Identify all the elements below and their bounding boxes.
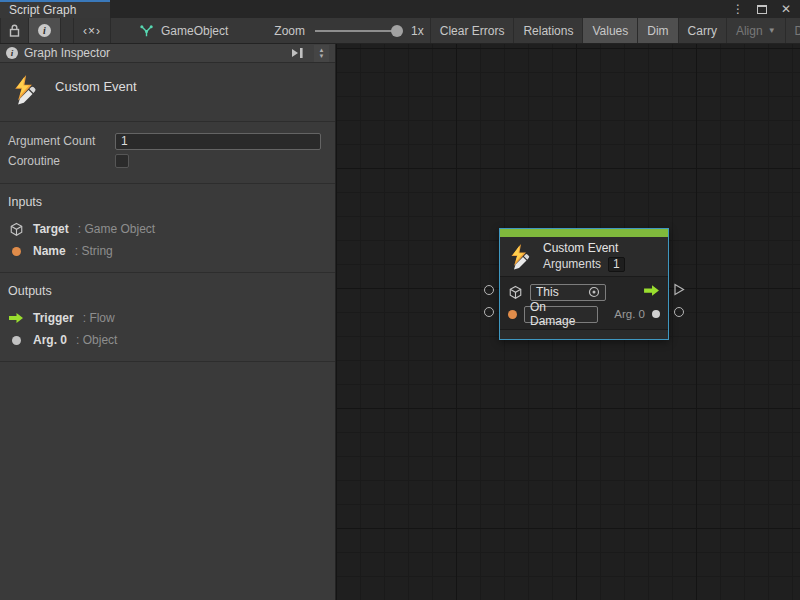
graph-toolbar: i ‹×› GameObject Zoom 1x Clear Errors Re [0, 18, 800, 44]
close-icon[interactable]: ✕ [780, 2, 792, 16]
custom-event-node[interactable]: Custom Event Arguments 1 This [499, 228, 669, 340]
info-icon: i [6, 47, 18, 59]
coroutine-label: Coroutine [8, 154, 115, 168]
arg0-port-icon[interactable] [652, 310, 660, 318]
game-object-cube-icon [8, 222, 24, 237]
port-name: Arg. 0 [33, 333, 67, 347]
output-row-arg0: Arg. 0 : Object [8, 329, 323, 351]
unit-fields: Argument Count 1 Coroutine [0, 122, 335, 184]
zoom-label: Zoom [274, 24, 305, 38]
arguments-label: Arguments [543, 257, 601, 272]
spinner-down-icon[interactable]: ▼ [319, 53, 325, 59]
titlebar-right: ⋮ ✕ [110, 0, 800, 18]
align-label: Align [736, 24, 763, 38]
zoom-value: 1x [411, 24, 424, 38]
dim-button[interactable]: Dim [638, 18, 678, 43]
graph-canvas[interactable]: Custom Event Arguments 1 This [336, 44, 800, 600]
dim-label: Dim [647, 24, 668, 38]
values-button[interactable]: Values [583, 18, 638, 43]
input-port-name[interactable] [484, 307, 494, 317]
port-type: : String [75, 244, 113, 258]
chevron-down-icon: ▼ [768, 26, 776, 35]
flow-arrow-icon [8, 312, 24, 324]
arguments-count-chip[interactable]: 1 [608, 257, 625, 272]
gameobject-label: GameObject [161, 24, 228, 38]
distribute-button[interactable]: Distribute ▼ [786, 18, 800, 43]
inspector-title: Graph Inspector [24, 46, 284, 60]
graph-owner[interactable]: GameObject [133, 18, 234, 43]
panel-scroll-spinner[interactable]: ▲ ▼ [314, 45, 329, 62]
event-name-row: On Damage Arg. 0 [508, 303, 660, 325]
port-type: : Object [76, 333, 117, 347]
code-icon: ‹×› [83, 24, 101, 38]
input-row-name: Name : String [8, 240, 323, 262]
unit-title: Custom Event [55, 79, 137, 94]
clear-errors-label: Clear Errors [440, 24, 505, 38]
output-port-arg0[interactable] [674, 307, 684, 317]
node-body: This On Damage Arg. 0 [500, 277, 668, 330]
outputs-section: Outputs Trigger : Flow Arg. 0 : Object [0, 273, 335, 362]
inputs-section: Inputs Target : Game Object Name : Strin… [0, 184, 335, 273]
port-name: Target [33, 222, 69, 236]
maximize-icon[interactable] [756, 2, 768, 16]
object-picker-icon[interactable] [588, 286, 600, 298]
distribute-label: Distribute [795, 24, 800, 38]
window-menu-icon[interactable]: ⋮ [732, 2, 744, 16]
toolbar-gap [61, 18, 73, 43]
relations-button[interactable]: Relations [514, 18, 583, 43]
unit-header: Custom Event [0, 63, 335, 122]
target-object-field[interactable]: This [530, 284, 606, 301]
output-port-trigger[interactable] [673, 283, 685, 299]
inputs-title: Inputs [8, 195, 323, 209]
node-footer [500, 330, 668, 339]
lock-button[interactable] [0, 18, 29, 43]
inspector-header: i Graph Inspector ▲ ▼ [0, 44, 335, 63]
port-name: Name [33, 244, 66, 258]
node-header[interactable]: Custom Event Arguments 1 [500, 237, 668, 277]
event-color-bar [500, 229, 668, 237]
argument-count-input[interactable]: 1 [115, 133, 321, 150]
carry-label: Carry [688, 24, 717, 38]
output-row-trigger: Trigger : Flow [8, 307, 323, 329]
trigger-flow-icon[interactable] [643, 284, 660, 300]
string-port-icon [8, 247, 24, 256]
graph-info-button[interactable]: i [29, 18, 61, 43]
port-type: : Game Object [78, 222, 155, 236]
code-view-button[interactable]: ‹×› [73, 18, 111, 43]
carry-button[interactable]: Carry [679, 18, 727, 43]
zoom-slider-handle[interactable] [391, 25, 403, 37]
custom-event-icon [10, 75, 40, 105]
graph-inspector-panel: i Graph Inspector ▲ ▼ Custom Event Argu [0, 44, 336, 600]
argument-count-label: Argument Count [8, 134, 115, 148]
string-port-icon[interactable] [508, 310, 517, 319]
clear-errors-button[interactable]: Clear Errors [430, 18, 515, 43]
align-button[interactable]: Align ▼ [727, 18, 786, 43]
outputs-title: Outputs [8, 284, 323, 298]
event-name-field[interactable]: On Damage [524, 306, 598, 323]
port-name: Trigger [33, 311, 74, 325]
input-port-target[interactable] [484, 285, 494, 295]
event-name-value: On Damage [530, 300, 592, 328]
custom-event-icon [507, 244, 533, 270]
tab-script-graph[interactable]: Script Graph [0, 0, 110, 18]
lock-icon [9, 24, 20, 37]
argument-count-row: Argument Count 1 [8, 131, 321, 151]
argument-count-value: 1 [121, 134, 128, 148]
coroutine-checkbox[interactable] [115, 154, 129, 168]
zoom-slider[interactable] [315, 30, 401, 32]
tab-label: Script Graph [9, 3, 76, 17]
zoom-control: Zoom 1x [268, 18, 429, 43]
target-value: This [536, 285, 559, 299]
gameobject-graph-icon [139, 23, 154, 38]
coroutine-row: Coroutine [8, 151, 321, 171]
input-row-target: Target : Game Object [8, 218, 323, 240]
node-title: Custom Event [543, 241, 625, 256]
values-label: Values [592, 24, 628, 38]
tab-bar: Script Graph ⋮ ✕ [0, 0, 800, 18]
object-port-icon [8, 336, 24, 345]
game-object-cube-icon [508, 285, 523, 300]
relations-label: Relations [523, 24, 573, 38]
script-graph-window: Script Graph ⋮ ✕ i ‹×› Ga [0, 0, 800, 600]
dock-panel-icon[interactable] [290, 47, 304, 59]
port-type: : Flow [83, 311, 115, 325]
